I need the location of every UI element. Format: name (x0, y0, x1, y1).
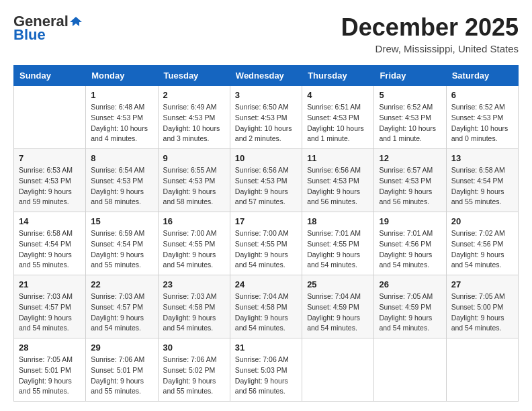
cell-daylight-info: Sunrise: 6:59 AMSunset: 4:54 PMDaylight:… (91, 228, 152, 271)
cell-daylight-info: Sunrise: 7:04 AMSunset: 4:59 PMDaylight:… (307, 291, 369, 334)
calendar-cell (374, 338, 446, 402)
day-number: 12 (379, 153, 441, 163)
calendar-cell: 25Sunrise: 7:04 AMSunset: 4:59 PMDayligh… (302, 275, 374, 338)
cell-daylight-info: Sunrise: 6:53 AMSunset: 4:53 PMDaylight:… (19, 165, 81, 208)
day-number: 17 (235, 216, 297, 226)
day-number: 21 (19, 279, 81, 289)
calendar-cell: 13Sunrise: 6:58 AMSunset: 4:54 PMDayligh… (446, 149, 518, 212)
calendar-table: SundayMondayTuesdayWednesdayThursdayFrid… (13, 65, 519, 402)
calendar-cell: 7Sunrise: 6:53 AMSunset: 4:53 PMDaylight… (14, 149, 86, 212)
location-text: Drew, Mississippi, United States (341, 43, 519, 54)
calendar-week-row: 21Sunrise: 7:03 AMSunset: 4:57 PMDayligh… (14, 275, 519, 338)
cell-daylight-info: Sunrise: 6:54 AMSunset: 4:53 PMDaylight:… (91, 165, 152, 208)
cell-daylight-info: Sunrise: 7:04 AMSunset: 4:58 PMDaylight:… (235, 291, 297, 334)
cell-daylight-info: Sunrise: 7:05 AMSunset: 4:59 PMDaylight:… (379, 291, 441, 334)
cell-daylight-info: Sunrise: 6:58 AMSunset: 4:54 PMDaylight:… (451, 165, 513, 208)
day-number: 9 (163, 153, 225, 163)
cell-daylight-info: Sunrise: 6:57 AMSunset: 4:53 PMDaylight:… (379, 165, 441, 208)
day-number: 8 (91, 153, 152, 163)
cell-daylight-info: Sunrise: 7:03 AMSunset: 4:57 PMDaylight:… (91, 291, 152, 334)
cell-daylight-info: Sunrise: 6:50 AMSunset: 4:53 PMDaylight:… (235, 102, 297, 144)
day-of-week-header: Wednesday (230, 66, 302, 86)
cell-daylight-info: Sunrise: 7:00 AMSunset: 4:55 PMDaylight:… (163, 228, 225, 271)
day-number: 26 (379, 279, 441, 289)
calendar-cell: 8Sunrise: 6:54 AMSunset: 4:53 PMDaylight… (86, 149, 158, 212)
day-number: 13 (451, 153, 513, 163)
calendar-cell: 19Sunrise: 7:01 AMSunset: 4:56 PMDayligh… (374, 212, 446, 275)
day-number: 15 (91, 216, 152, 226)
calendar-cell (446, 338, 518, 402)
title-block: December 2025 Drew, Mississippi, United … (341, 13, 519, 54)
calendar-cell: 27Sunrise: 7:05 AMSunset: 5:00 PMDayligh… (446, 275, 518, 338)
calendar-cell: 12Sunrise: 6:57 AMSunset: 4:53 PMDayligh… (374, 149, 446, 212)
calendar-cell: 17Sunrise: 7:00 AMSunset: 4:55 PMDayligh… (230, 212, 302, 275)
day-number: 11 (307, 153, 369, 163)
svg-marker-0 (70, 17, 82, 26)
calendar-cell: 28Sunrise: 7:05 AMSunset: 5:01 PMDayligh… (14, 338, 86, 402)
day-number: 23 (163, 279, 225, 289)
cell-daylight-info: Sunrise: 7:03 AMSunset: 4:57 PMDaylight:… (19, 291, 81, 334)
calendar-cell: 26Sunrise: 7:05 AMSunset: 4:59 PMDayligh… (374, 275, 446, 338)
logo-bird-icon (70, 15, 82, 28)
day-number: 20 (451, 216, 513, 226)
calendar-cell: 1Sunrise: 6:48 AMSunset: 4:53 PMDaylight… (86, 86, 158, 149)
day-number: 1 (91, 90, 152, 100)
day-number: 25 (307, 279, 369, 289)
cell-daylight-info: Sunrise: 6:58 AMSunset: 4:54 PMDaylight:… (19, 228, 81, 271)
calendar-week-row: 14Sunrise: 6:58 AMSunset: 4:54 PMDayligh… (14, 212, 519, 275)
calendar-cell: 29Sunrise: 7:06 AMSunset: 5:01 PMDayligh… (86, 338, 158, 402)
cell-daylight-info: Sunrise: 6:55 AMSunset: 4:53 PMDaylight:… (163, 165, 225, 208)
day-number: 14 (19, 216, 81, 226)
calendar-cell: 16Sunrise: 7:00 AMSunset: 4:55 PMDayligh… (158, 212, 230, 275)
calendar-cell: 30Sunrise: 7:06 AMSunset: 5:02 PMDayligh… (158, 338, 230, 402)
day-number: 2 (163, 90, 225, 100)
calendar-cell: 9Sunrise: 6:55 AMSunset: 4:53 PMDaylight… (158, 149, 230, 212)
cell-daylight-info: Sunrise: 6:56 AMSunset: 4:53 PMDaylight:… (307, 165, 369, 208)
day-number: 18 (307, 216, 369, 226)
cell-daylight-info: Sunrise: 6:49 AMSunset: 4:53 PMDaylight:… (163, 102, 225, 144)
calendar-cell: 2Sunrise: 6:49 AMSunset: 4:53 PMDaylight… (158, 86, 230, 149)
day-of-week-header: Sunday (14, 66, 86, 86)
calendar-cell: 6Sunrise: 6:52 AMSunset: 4:53 PMDaylight… (446, 86, 518, 149)
cell-daylight-info: Sunrise: 7:05 AMSunset: 5:00 PMDaylight:… (451, 291, 513, 334)
day-number: 16 (163, 216, 225, 226)
calendar-week-row: 1Sunrise: 6:48 AMSunset: 4:53 PMDaylight… (14, 86, 519, 149)
day-number: 27 (451, 279, 513, 289)
calendar-cell: 18Sunrise: 7:01 AMSunset: 4:55 PMDayligh… (302, 212, 374, 275)
calendar-cell: 3Sunrise: 6:50 AMSunset: 4:53 PMDaylight… (230, 86, 302, 149)
day-number: 6 (451, 90, 513, 100)
cell-daylight-info: Sunrise: 7:00 AMSunset: 4:55 PMDaylight:… (235, 228, 297, 271)
day-number: 3 (235, 90, 297, 100)
cell-daylight-info: Sunrise: 6:48 AMSunset: 4:53 PMDaylight:… (91, 102, 152, 144)
month-title: December 2025 (341, 13, 519, 42)
page-header: General Blue December 2025 Drew, Mississ… (13, 13, 519, 54)
day-number: 28 (19, 342, 81, 353)
cell-daylight-info: Sunrise: 7:05 AMSunset: 5:01 PMDaylight:… (19, 355, 81, 397)
cell-daylight-info: Sunrise: 6:56 AMSunset: 4:53 PMDaylight:… (235, 165, 297, 208)
day-of-week-header: Monday (86, 66, 158, 86)
day-number: 29 (91, 342, 152, 353)
calendar-cell: 4Sunrise: 6:51 AMSunset: 4:53 PMDaylight… (302, 86, 374, 149)
cell-daylight-info: Sunrise: 7:06 AMSunset: 5:01 PMDaylight:… (91, 355, 152, 397)
cell-daylight-info: Sunrise: 7:06 AMSunset: 5:03 PMDaylight:… (235, 355, 297, 397)
calendar-cell: 20Sunrise: 7:02 AMSunset: 4:56 PMDayligh… (446, 212, 518, 275)
day-number: 7 (19, 153, 81, 163)
day-number: 31 (235, 342, 297, 353)
calendar-cell: 21Sunrise: 7:03 AMSunset: 4:57 PMDayligh… (14, 275, 86, 338)
calendar-cell: 10Sunrise: 6:56 AMSunset: 4:53 PMDayligh… (230, 149, 302, 212)
cell-daylight-info: Sunrise: 6:52 AMSunset: 4:53 PMDaylight:… (451, 102, 513, 144)
calendar-cell: 31Sunrise: 7:06 AMSunset: 5:03 PMDayligh… (230, 338, 302, 402)
calendar-header-row: SundayMondayTuesdayWednesdayThursdayFrid… (14, 66, 519, 86)
cell-daylight-info: Sunrise: 7:01 AMSunset: 4:55 PMDaylight:… (307, 228, 369, 271)
cell-daylight-info: Sunrise: 7:02 AMSunset: 4:56 PMDaylight:… (451, 228, 513, 271)
day-number: 24 (235, 279, 297, 289)
day-of-week-header: Tuesday (158, 66, 230, 86)
day-of-week-header: Friday (374, 66, 446, 86)
calendar-cell: 5Sunrise: 6:52 AMSunset: 4:53 PMDaylight… (374, 86, 446, 149)
day-number: 30 (163, 342, 225, 353)
day-of-week-header: Thursday (302, 66, 374, 86)
cell-daylight-info: Sunrise: 7:01 AMSunset: 4:56 PMDaylight:… (379, 228, 441, 271)
logo: General Blue (13, 13, 82, 43)
day-number: 22 (91, 279, 152, 289)
cell-daylight-info: Sunrise: 7:06 AMSunset: 5:02 PMDaylight:… (163, 355, 225, 397)
